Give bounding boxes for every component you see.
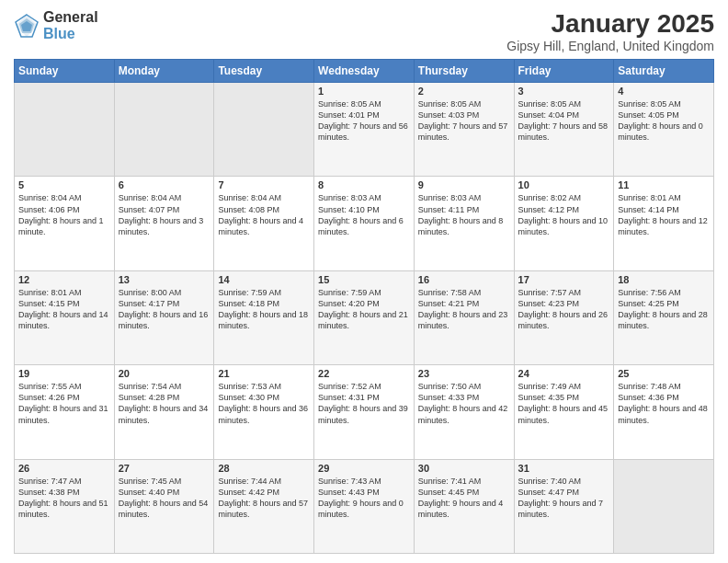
- day-number: 7: [218, 179, 310, 190]
- day-info: Sunrise: 8:04 AM Sunset: 4:06 PM Dayligh…: [18, 192, 110, 237]
- day-cell: [614, 459, 714, 553]
- day-cell: 24Sunrise: 7:49 AM Sunset: 4:35 PM Dayli…: [514, 365, 614, 459]
- day-number: 29: [318, 463, 410, 474]
- day-info: Sunrise: 7:57 AM Sunset: 4:23 PM Dayligh…: [518, 287, 610, 332]
- header-cell-sunday: Sunday: [15, 60, 115, 83]
- day-info: Sunrise: 8:05 AM Sunset: 4:04 PM Dayligh…: [518, 98, 610, 144]
- day-number: 10: [518, 179, 610, 190]
- page: General Blue January 2025 Gipsy Hill, En…: [0, 0, 728, 563]
- day-cell: 3Sunrise: 8:05 AM Sunset: 4:04 PM Daylig…: [514, 83, 614, 177]
- day-number: 5: [18, 179, 110, 190]
- day-cell: 14Sunrise: 7:59 AM Sunset: 4:18 PM Dayli…: [214, 270, 314, 364]
- day-number: 8: [318, 179, 410, 190]
- header: General Blue January 2025 Gipsy Hill, En…: [14, 9, 714, 53]
- day-number: 23: [418, 368, 510, 379]
- subtitle: Gipsy Hill, England, United Kingdom: [506, 39, 714, 53]
- week-row-2: 5Sunrise: 8:04 AM Sunset: 4:06 PM Daylig…: [15, 177, 714, 270]
- day-number: 13: [119, 274, 210, 285]
- day-cell: 29Sunrise: 7:43 AM Sunset: 4:43 PM Dayli…: [314, 459, 415, 553]
- day-cell: 26Sunrise: 7:47 AM Sunset: 4:38 PM Dayli…: [15, 459, 115, 553]
- header-cell-saturday: Saturday: [614, 60, 714, 83]
- day-cell: [214, 83, 314, 177]
- header-cell-monday: Monday: [114, 60, 214, 83]
- day-cell: 7Sunrise: 8:04 AM Sunset: 4:08 PM Daylig…: [214, 177, 314, 270]
- day-info: Sunrise: 7:45 AM Sunset: 4:40 PM Dayligh…: [119, 476, 210, 521]
- day-cell: 25Sunrise: 7:48 AM Sunset: 4:36 PM Dayli…: [614, 365, 714, 459]
- header-cell-friday: Friday: [514, 60, 614, 83]
- day-cell: 28Sunrise: 7:44 AM Sunset: 4:42 PM Dayli…: [214, 459, 314, 553]
- logo: General Blue: [14, 9, 98, 41]
- day-info: Sunrise: 7:54 AM Sunset: 4:28 PM Dayligh…: [119, 381, 210, 426]
- day-cell: 18Sunrise: 7:56 AM Sunset: 4:25 PM Dayli…: [614, 270, 714, 364]
- day-cell: 22Sunrise: 7:52 AM Sunset: 4:31 PM Dayli…: [314, 365, 415, 459]
- day-info: Sunrise: 7:52 AM Sunset: 4:31 PM Dayligh…: [318, 381, 410, 426]
- day-number: 6: [119, 179, 210, 190]
- logo-line1: General: [43, 9, 98, 26]
- day-number: 24: [518, 368, 610, 379]
- day-info: Sunrise: 7:55 AM Sunset: 4:26 PM Dayligh…: [18, 381, 110, 426]
- day-number: 2: [418, 86, 510, 97]
- day-cell: 20Sunrise: 7:54 AM Sunset: 4:28 PM Dayli…: [114, 365, 214, 459]
- day-cell: 9Sunrise: 8:03 AM Sunset: 4:11 PM Daylig…: [414, 177, 514, 270]
- day-info: Sunrise: 7:56 AM Sunset: 4:25 PM Dayligh…: [618, 287, 710, 332]
- day-info: Sunrise: 8:05 AM Sunset: 4:01 PM Dayligh…: [318, 98, 410, 144]
- calendar-header: SundayMondayTuesdayWednesdayThursdayFrid…: [15, 60, 714, 83]
- day-number: 12: [18, 274, 110, 285]
- day-info: Sunrise: 7:48 AM Sunset: 4:36 PM Dayligh…: [618, 381, 710, 426]
- day-info: Sunrise: 7:47 AM Sunset: 4:38 PM Dayligh…: [18, 476, 110, 521]
- calendar-body: 1Sunrise: 8:05 AM Sunset: 4:01 PM Daylig…: [15, 83, 714, 554]
- header-row: SundayMondayTuesdayWednesdayThursdayFrid…: [15, 60, 714, 83]
- day-info: Sunrise: 7:43 AM Sunset: 4:43 PM Dayligh…: [318, 476, 410, 521]
- main-title: January 2025: [506, 9, 714, 39]
- day-info: Sunrise: 8:00 AM Sunset: 4:17 PM Dayligh…: [119, 287, 210, 332]
- day-cell: 21Sunrise: 7:53 AM Sunset: 4:30 PM Dayli…: [214, 365, 314, 459]
- day-info: Sunrise: 7:53 AM Sunset: 4:30 PM Dayligh…: [218, 381, 310, 426]
- day-number: 31: [518, 463, 610, 474]
- day-cell: 17Sunrise: 7:57 AM Sunset: 4:23 PM Dayli…: [514, 270, 614, 364]
- week-row-3: 12Sunrise: 8:01 AM Sunset: 4:15 PM Dayli…: [15, 270, 714, 364]
- day-info: Sunrise: 7:58 AM Sunset: 4:21 PM Dayligh…: [418, 287, 510, 332]
- day-info: Sunrise: 7:50 AM Sunset: 4:33 PM Dayligh…: [418, 381, 510, 426]
- day-info: Sunrise: 8:05 AM Sunset: 4:05 PM Dayligh…: [618, 98, 710, 144]
- day-number: 21: [218, 368, 310, 379]
- day-info: Sunrise: 8:05 AM Sunset: 4:03 PM Dayligh…: [418, 98, 510, 144]
- day-cell: 6Sunrise: 8:04 AM Sunset: 4:07 PM Daylig…: [114, 177, 214, 270]
- day-info: Sunrise: 7:40 AM Sunset: 4:47 PM Dayligh…: [518, 476, 610, 521]
- day-number: 15: [318, 274, 410, 285]
- day-info: Sunrise: 8:01 AM Sunset: 4:14 PM Dayligh…: [618, 192, 710, 237]
- day-number: 16: [418, 274, 510, 285]
- day-number: 14: [218, 274, 310, 285]
- day-info: Sunrise: 7:41 AM Sunset: 4:45 PM Dayligh…: [418, 476, 510, 521]
- day-cell: 12Sunrise: 8:01 AM Sunset: 4:15 PM Dayli…: [15, 270, 115, 364]
- day-cell: 4Sunrise: 8:05 AM Sunset: 4:05 PM Daylig…: [614, 83, 714, 177]
- day-cell: [15, 83, 115, 177]
- day-info: Sunrise: 7:59 AM Sunset: 4:20 PM Dayligh…: [318, 287, 410, 332]
- day-number: 3: [518, 86, 610, 97]
- day-info: Sunrise: 7:49 AM Sunset: 4:35 PM Dayligh…: [518, 381, 610, 426]
- day-cell: 1Sunrise: 8:05 AM Sunset: 4:01 PM Daylig…: [314, 83, 415, 177]
- day-number: 28: [218, 463, 310, 474]
- day-cell: 30Sunrise: 7:41 AM Sunset: 4:45 PM Dayli…: [414, 459, 514, 553]
- day-info: Sunrise: 8:03 AM Sunset: 4:11 PM Dayligh…: [418, 192, 510, 237]
- day-info: Sunrise: 8:02 AM Sunset: 4:12 PM Dayligh…: [518, 192, 610, 237]
- calendar-table: SundayMondayTuesdayWednesdayThursdayFrid…: [14, 59, 714, 554]
- day-cell: 10Sunrise: 8:02 AM Sunset: 4:12 PM Dayli…: [514, 177, 614, 270]
- day-cell: 15Sunrise: 7:59 AM Sunset: 4:20 PM Dayli…: [314, 270, 415, 364]
- logo-text: General Blue: [43, 9, 98, 41]
- day-cell: 5Sunrise: 8:04 AM Sunset: 4:06 PM Daylig…: [15, 177, 115, 270]
- day-info: Sunrise: 8:04 AM Sunset: 4:08 PM Dayligh…: [218, 192, 310, 237]
- day-cell: 31Sunrise: 7:40 AM Sunset: 4:47 PM Dayli…: [514, 459, 614, 553]
- day-number: 25: [618, 368, 710, 379]
- title-block: January 2025 Gipsy Hill, England, United…: [506, 9, 714, 53]
- day-info: Sunrise: 8:04 AM Sunset: 4:07 PM Dayligh…: [119, 192, 210, 237]
- day-number: 27: [119, 463, 210, 474]
- day-number: 18: [618, 274, 710, 285]
- day-info: Sunrise: 7:59 AM Sunset: 4:18 PM Dayligh…: [218, 287, 310, 332]
- day-cell: 11Sunrise: 8:01 AM Sunset: 4:14 PM Dayli…: [614, 177, 714, 270]
- day-number: 26: [18, 463, 110, 474]
- header-cell-thursday: Thursday: [414, 60, 514, 83]
- day-cell: 23Sunrise: 7:50 AM Sunset: 4:33 PM Dayli…: [414, 365, 514, 459]
- day-cell: 13Sunrise: 8:00 AM Sunset: 4:17 PM Dayli…: [114, 270, 214, 364]
- header-cell-wednesday: Wednesday: [314, 60, 415, 83]
- day-cell: 27Sunrise: 7:45 AM Sunset: 4:40 PM Dayli…: [114, 459, 214, 553]
